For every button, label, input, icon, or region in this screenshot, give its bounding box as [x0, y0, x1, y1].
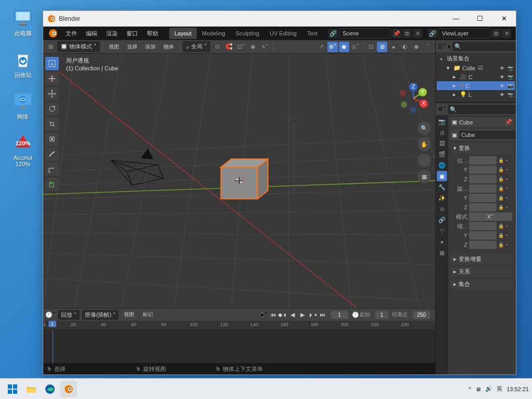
orient-dropdown[interactable]: ⟐全局˅ [183, 41, 210, 52]
scene-pin-icon[interactable]: 📌 [392, 29, 401, 38]
nav-gizmo[interactable]: X Y Z [398, 83, 429, 114]
taskbar[interactable]: ^ 🖥 🔊 英 13:52:21 [0, 378, 532, 399]
play-rev-icon[interactable]: ◀ [288, 310, 297, 319]
end-frame[interactable]: 250 [413, 311, 430, 319]
outliner-editor-icon[interactable]: ☰˅ [438, 43, 446, 50]
tl-menu-view[interactable]: 视图 [121, 310, 137, 319]
desktop-icon-recycle[interactable]: 回收站 [7, 49, 39, 79]
ptab-scene[interactable]: 🎬 [437, 149, 447, 159]
tool-measure[interactable] [45, 163, 59, 176]
tab-sculpting[interactable]: Sculpting [231, 28, 264, 39]
overlay-icon[interactable]: ◉ [339, 42, 349, 52]
tool-annotate[interactable] [45, 147, 59, 161]
xray-icon[interactable]: ⊡ [365, 42, 376, 52]
ptab-modifier[interactable]: 🔧 [437, 182, 447, 192]
snap-opts-icon[interactable]: ⊡˅ [236, 42, 246, 52]
scene-del-icon[interactable]: ✕ [413, 29, 422, 38]
ptab-constraint[interactable]: 🔗 [437, 215, 447, 225]
playhead[interactable] [53, 330, 53, 363]
shading-matprev-icon[interactable]: ◐ [400, 42, 410, 52]
scene-browse-icon[interactable]: 🔗 [328, 29, 338, 38]
overlay-opts-icon[interactable]: ◎˅ [350, 42, 361, 52]
tray-lang[interactable]: 英 [497, 385, 502, 393]
maximize-button[interactable]: ☐ [468, 11, 492, 27]
loc-y[interactable] [469, 166, 497, 174]
play-icon[interactable]: ▶ [298, 310, 307, 319]
tab-uvediting[interactable]: UV Editing [264, 28, 302, 39]
panel-transform[interactable]: ▾ 变换 [450, 143, 514, 154]
close-button[interactable]: ✕ [492, 11, 516, 27]
vmenu-view[interactable]: 视图 [106, 42, 122, 52]
snap-icon[interactable]: 🧲 [224, 42, 234, 52]
vmenu-add[interactable]: 添加 [142, 42, 159, 52]
gizmo-icon[interactable]: ↗ [316, 42, 326, 52]
prop-name-field[interactable]: ▣ [450, 129, 514, 141]
titlebar[interactable]: Blender — ☐ ✕ [43, 11, 516, 27]
zoom-button[interactable]: 🔍 [417, 121, 431, 135]
tree-scene-collection[interactable]: ▪场景集合 [437, 54, 515, 64]
tree-camera[interactable]: ▸🎥C👁📷 [437, 72, 515, 81]
desktop-icon-pc[interactable]: 此电脑 [7, 7, 39, 38]
tab-modeling[interactable]: Modeling [197, 28, 231, 39]
menu-window[interactable]: 窗口 [122, 28, 142, 40]
tree-collection[interactable]: ▾📁Colle☑👁📷 [437, 64, 515, 72]
tool-move[interactable] [45, 87, 59, 101]
ptab-render[interactable]: 📷 [437, 116, 447, 127]
tool-scale[interactable] [45, 117, 59, 131]
scale-z[interactable] [469, 241, 497, 249]
pivot-icon[interactable]: ⊙ [212, 42, 222, 52]
rot-mode[interactable]: X˅ [469, 213, 512, 221]
rot-z[interactable] [469, 203, 497, 211]
desktop-icon-network[interactable]: 网络 [7, 91, 39, 121]
props-editor-icon[interactable]: ⚙˅ [438, 106, 446, 113]
autokey-opts[interactable]: ˅ [264, 311, 268, 318]
editor-type-icon[interactable]: ⊞ [45, 42, 56, 52]
explorer-button[interactable] [23, 381, 40, 397]
vmenu-object[interactable]: 物体 [160, 42, 177, 52]
shading-wire-icon[interactable]: ⊞ [377, 42, 387, 52]
shading-render-icon[interactable]: ◉ [411, 42, 422, 52]
tab-layout[interactable]: Layout [169, 28, 197, 39]
scene-new-icon[interactable]: ⧉ [402, 29, 412, 38]
rot-y[interactable] [469, 194, 497, 202]
scale-y[interactable] [469, 231, 497, 240]
start-button[interactable] [4, 381, 21, 397]
loc-x[interactable] [469, 156, 497, 165]
viewlayer-input[interactable] [438, 28, 490, 39]
scene-input[interactable] [339, 28, 391, 39]
viewlayer-new-icon[interactable]: ⧉ [491, 29, 501, 38]
rot-x[interactable] [469, 184, 497, 193]
tool-addcube[interactable] [45, 178, 59, 191]
viewport-3d[interactable]: 用户透视 (1) Collection | Cube X Y Z [43, 54, 435, 308]
shading-solid-icon[interactable]: ● [388, 42, 399, 52]
tree-cube[interactable]: ▸▽C👁📷 [437, 81, 515, 90]
desktop-icon-alcohol[interactable]: 120% Alcohol 120% [7, 132, 39, 167]
timeline-track[interactable] [43, 330, 435, 363]
ptab-physics[interactable]: ⊚ [437, 204, 447, 214]
viewlayer-del-icon[interactable]: ✕ [502, 29, 511, 38]
menu-file[interactable]: 文件 [61, 28, 81, 40]
tree-light[interactable]: ▸💡L👁📷 [437, 90, 515, 99]
propedit-icon[interactable]: ◉ [248, 42, 258, 52]
props-search[interactable] [448, 105, 516, 114]
loc-z[interactable] [469, 175, 497, 183]
tool-rotate[interactable] [45, 102, 59, 116]
keying-dropdown[interactable]: 抠像(插帧) ˅ [82, 310, 119, 320]
menu-render[interactable]: 渲染 [102, 28, 122, 40]
current-frame[interactable]: 1 [331, 311, 348, 319]
minimize-button[interactable]: — [444, 11, 468, 27]
ptab-material[interactable]: ● [437, 236, 447, 247]
outliner-search[interactable] [452, 42, 516, 51]
autokey-icon[interactable]: ● [261, 311, 264, 318]
jump-end-icon[interactable]: ⏭ [318, 310, 327, 319]
ptab-output[interactable]: 🖨 [437, 127, 447, 138]
menu-help[interactable]: 帮助 [143, 28, 162, 40]
start-frame[interactable]: 1 [375, 311, 389, 319]
tool-select[interactable] [45, 57, 59, 70]
tl-menu-marker[interactable]: 标记 [140, 310, 156, 319]
tool-transform[interactable] [45, 132, 59, 146]
tab-text[interactable]: Text [302, 28, 323, 39]
ptab-viewlayer[interactable]: 🖼 [437, 138, 447, 148]
panel-collection[interactable]: ▸ 集合 [450, 279, 514, 290]
camera-view-button[interactable]: 🎥 [417, 154, 431, 167]
